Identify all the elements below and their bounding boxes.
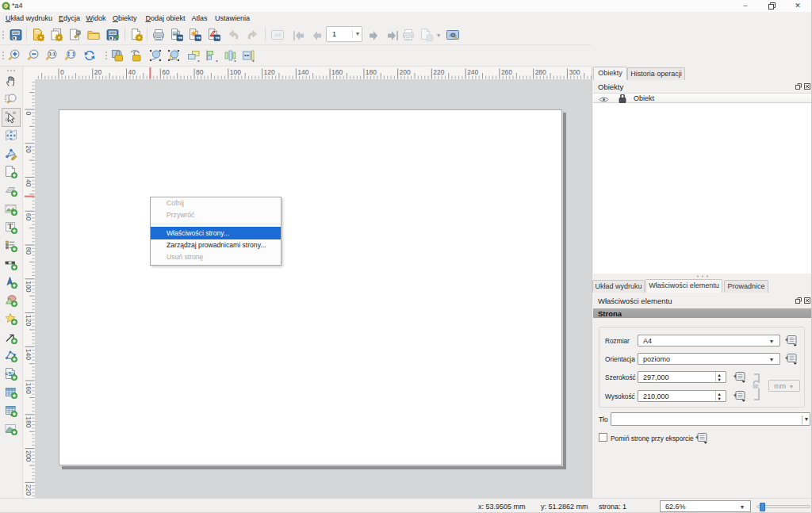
svg-text:120: 120 (25, 315, 33, 326)
svg-text:200: 200 (25, 450, 33, 461)
svg-text:60: 60 (25, 213, 33, 221)
svg-text:20: 20 (25, 145, 33, 153)
svg-text:1:1: 1:1 (48, 52, 55, 56)
svg-text:20: 20 (94, 68, 102, 76)
svg-text:0: 0 (25, 112, 33, 116)
svg-text:180: 180 (366, 68, 377, 76)
svg-text:80: 80 (196, 68, 204, 76)
svg-text:140: 140 (297, 68, 308, 76)
svg-text:60: 60 (162, 68, 170, 76)
svg-text:0: 0 (60, 68, 64, 76)
svg-text:300: 300 (569, 68, 580, 76)
svg-text:160: 160 (331, 68, 343, 76)
svg-text:40: 40 (25, 179, 33, 187)
svg-text:220: 220 (25, 484, 33, 496)
svg-text:160: 160 (25, 383, 33, 394)
svg-text:260: 260 (501, 68, 512, 76)
svg-text:200: 200 (400, 68, 411, 76)
svg-text:220: 220 (433, 68, 444, 76)
svg-text:40: 40 (128, 68, 136, 76)
svg-text:180: 180 (25, 416, 33, 427)
svg-text:100: 100 (25, 281, 33, 292)
svg-text:240: 240 (467, 68, 478, 76)
svg-text:100: 100 (230, 68, 241, 76)
svg-text:280: 280 (535, 68, 546, 76)
svg-text:140: 140 (25, 349, 33, 360)
svg-text:120: 120 (264, 68, 275, 76)
svg-text:80: 80 (25, 247, 33, 255)
